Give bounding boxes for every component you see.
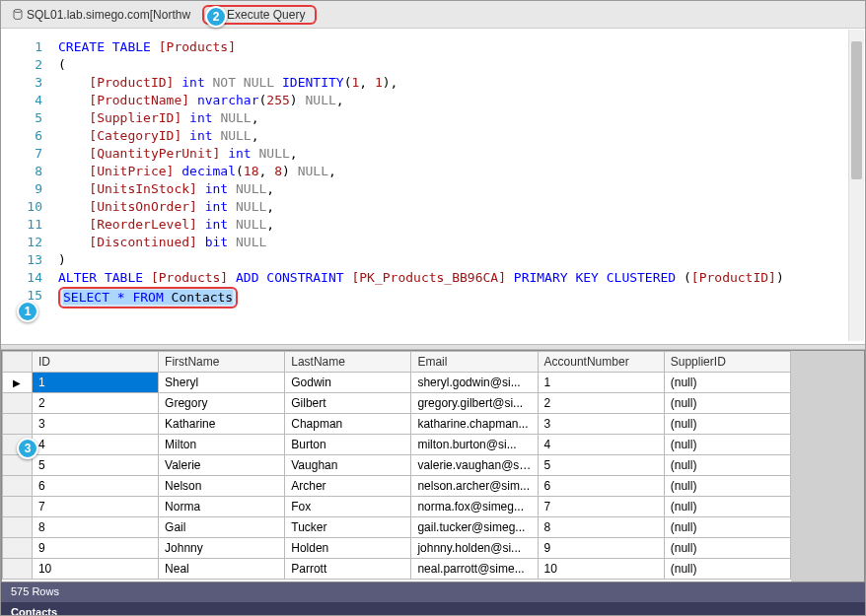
table-row[interactable]: 8GailTuckergail.tucker@simeg...8(null): [3, 517, 791, 538]
table-row[interactable]: 4MiltonBurtonmilton.burton@si...4(null): [3, 435, 791, 455]
table-row[interactable]: 5ValerieVaughanvalerie.vaughan@si...5(nu…: [3, 455, 791, 476]
table-row[interactable]: 10NealParrottneal.parrott@sime...10(null…: [3, 559, 791, 580]
table-row[interactable]: ▶1SherylGodwinsheryl.godwin@si...1(null): [3, 373, 791, 393]
col-email[interactable]: Email: [411, 352, 538, 373]
database-icon: [13, 9, 23, 21]
col-firstname[interactable]: FirstName: [159, 352, 285, 373]
grid-empty-area: [791, 350, 865, 582]
table-row[interactable]: 9JohnnyHoldenjohnny.holden@si...9(null): [3, 538, 791, 559]
callout-3: 3: [17, 438, 38, 459]
col-lastname[interactable]: LastName: [285, 352, 411, 373]
results-table[interactable]: IDFirstNameLastNameEmailAccountNumberSup…: [2, 351, 791, 580]
svg-point-0: [14, 9, 22, 12]
line-gutter: 123456789101112131415: [1, 29, 50, 344]
callout-1: 1: [17, 301, 38, 322]
status-bar: 575 Rows: [1, 582, 865, 602]
result-tab[interactable]: Contacts: [1, 602, 865, 616]
table-row[interactable]: 6NelsonArchernelson.archer@sim...6(null): [3, 476, 791, 497]
col-supplierid[interactable]: SupplierID: [664, 352, 790, 373]
callout-2: 2: [205, 6, 227, 28]
connection-tab[interactable]: SQL01.lab.simego.com[Northw: [5, 4, 198, 26]
table-row[interactable]: 2GregoryGilbertgregory.gilbert@si...2(nu…: [3, 393, 791, 414]
toolbar: SQL01.lab.simego.com[Northw 2 ▶ Execute …: [1, 1, 865, 29]
editor-scrollbar[interactable]: [848, 30, 864, 341]
table-row[interactable]: 7NormaFoxnorma.fox@simeg...7(null): [3, 497, 791, 517]
results-grid: IDFirstNameLastNameEmailAccountNumberSup…: [1, 350, 865, 582]
row-count: 575 Rows: [11, 585, 59, 597]
col-accountnumber[interactable]: AccountNumber: [538, 352, 664, 373]
sql-editor[interactable]: 123456789101112131415 CREATE TABLE [Prod…: [1, 29, 865, 344]
result-tab-label: Contacts: [11, 606, 57, 616]
connection-label: SQL01.lab.simego.com[Northw: [27, 8, 190, 22]
execute-label: Execute Query: [227, 8, 305, 22]
code-area[interactable]: CREATE TABLE [Products]( [ProductID] int…: [50, 29, 784, 344]
scrollbar-thumb[interactable]: [851, 41, 862, 179]
col-id[interactable]: ID: [32, 352, 158, 373]
table-row[interactable]: 3KatharineChapmankatharine.chapman...3(n…: [3, 414, 791, 435]
